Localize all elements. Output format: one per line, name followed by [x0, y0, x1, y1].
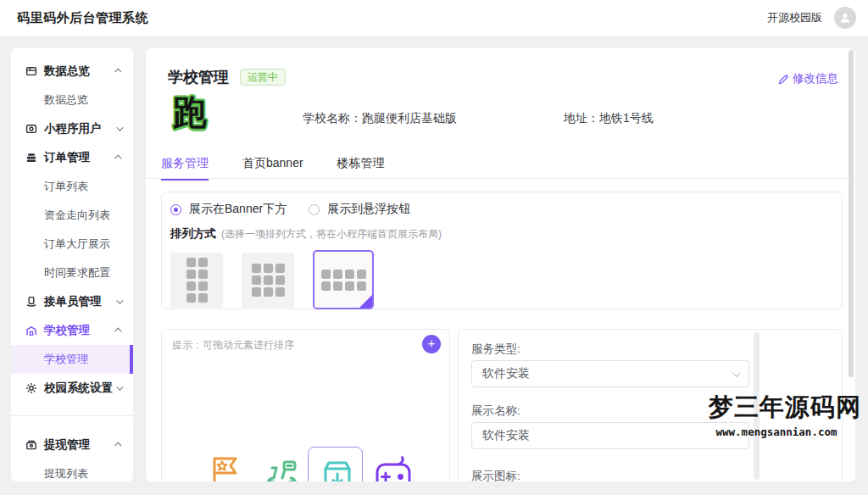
sidebar-item-withdraw-list[interactable]: 提现列表: [11, 459, 133, 481]
sidebar-item-campus-settings[interactable]: 校园系统设置: [11, 374, 133, 403]
sidebar-item-time-config[interactable]: 时间要求配置: [11, 259, 133, 287]
sidebar-item-data-overview[interactable]: 数据总览: [11, 86, 133, 114]
miniprogram-users-icon: [25, 123, 37, 135]
sidebar-item-label: 提现列表: [44, 466, 88, 481]
sidebar-item-school-management-group[interactable]: 学校管理: [11, 316, 133, 345]
service-type-value: 软件安装: [482, 366, 530, 381]
sidebar-item-label: 订单大厅展示: [44, 236, 110, 252]
pencil-icon: [778, 74, 789, 85]
display-name-input[interactable]: 软件安装: [471, 422, 749, 449]
service-form-panel: 服务类型: 软件安装 展示名称: 软件安装 展示图标:: [458, 329, 843, 481]
sidebar-item-order-management-group[interactable]: 订单管理: [11, 143, 133, 172]
sidebar-item-withdraw-group[interactable]: 提现管理: [11, 431, 133, 459]
radio-label: 展示到悬浮按钮: [327, 202, 410, 217]
withdraw-icon: [25, 439, 37, 451]
app-header: 码里码外后台管理系统 开源校园版: [0, 0, 868, 36]
sidebar-item-data-overview-group[interactable]: 数据总览: [11, 57, 133, 86]
dashboard-icon: [25, 65, 37, 77]
chevron-up-icon: [114, 68, 121, 75]
grid-4x2-icon: [321, 270, 366, 291]
chevron-down-icon: [116, 124, 123, 131]
gear-icon: [25, 382, 37, 394]
chevron-up-icon: [114, 154, 121, 161]
radio-label: 展示在Banner下方: [189, 202, 287, 217]
user-avatar[interactable]: [834, 7, 856, 29]
sidebar-item-fund-flow-list[interactable]: 资金走向列表: [11, 201, 133, 230]
school-address: 地址：地铁1号线: [564, 111, 654, 126]
school-name: 学校名称：跑腿便利店基础版: [303, 111, 457, 126]
service-sorter-panel: 提示：可拖动元素进行排序 +: [161, 329, 450, 481]
chevron-up-icon: [114, 442, 121, 448]
page-title: 学校管理: [168, 67, 229, 87]
display-name-label: 展示名称:: [471, 403, 520, 419]
sidebar-item-miniprogram-users[interactable]: 小程序用户: [11, 114, 133, 143]
sidebar-item-label: 订单列表: [44, 179, 88, 194]
sidebar-item-label: 校园系统设置: [44, 381, 113, 396]
chevron-up-icon: [114, 327, 121, 334]
sidebar-item-label: 订单管理: [44, 150, 90, 165]
school-icon: [25, 325, 37, 336]
sidebar-divider: [11, 415, 133, 416]
arrange-hint: (选择一项排列方式，将在小程序端首页展示布局): [221, 227, 442, 242]
app-title: 码里码外后台管理系统: [17, 10, 148, 26]
chevron-down-icon: [116, 297, 123, 303]
sidebar-item-label: 学校管理: [44, 323, 90, 338]
grid-2x4-icon: [186, 258, 208, 303]
sidebar-item-label: 小程序用户: [44, 121, 102, 136]
layout-option-2col[interactable]: [170, 253, 223, 308]
arrange-title: 排列方式: [170, 226, 216, 242]
tab-home-banner[interactable]: 首页banner: [242, 156, 303, 181]
edition-label: 开源校园版: [767, 10, 822, 25]
edit-info-label: 修改信息: [793, 71, 838, 86]
sidebar-item-order-hall[interactable]: 订单大厅展示: [11, 230, 133, 259]
active-indicator-bar: [130, 345, 133, 374]
sidebar-item-label: 时间要求配置: [44, 265, 110, 281]
radio-show-floating-button[interactable]: 展示到悬浮按钮: [309, 202, 410, 217]
chevron-down-icon: [732, 369, 741, 377]
add-service-button[interactable]: +: [422, 335, 441, 353]
install-icon[interactable]: [317, 456, 358, 481]
sidebar-item-school-management[interactable]: 学校管理: [11, 345, 133, 374]
grid-3x3-icon: [252, 264, 285, 297]
tab-building-management[interactable]: 楼栋管理: [337, 156, 385, 181]
sidebar-item-label: 接单员管理: [44, 294, 102, 309]
main-scrollbar[interactable]: [849, 50, 854, 377]
form-panel-scrollbar[interactable]: [754, 332, 760, 480]
tab-service-management[interactable]: 服务管理: [161, 156, 209, 181]
sidebar-item-label: 资金走向列表: [44, 208, 110, 223]
display-options-panel: 展示在Banner下方 展示到悬浮按钮 排列方式 (选择一项排列方式，将在小程序…: [161, 192, 843, 309]
sidebar-item-label: 学校管理: [44, 352, 88, 367]
sidebar-item-label: 数据总览: [44, 64, 90, 79]
game-controller-icon[interactable]: [372, 453, 415, 481]
display-name-value: 软件安装: [482, 428, 530, 443]
layout-option-3col[interactable]: [242, 253, 294, 308]
person-icon: [838, 11, 852, 25]
service-type-label: 服务类型:: [471, 342, 520, 357]
sidebar: 数据总览 数据总览 小程序用户 订单管理 订单列表 资金走向列表 订单大厅展示 …: [11, 48, 133, 481]
edit-info-link[interactable]: 修改信息: [778, 71, 838, 86]
tab-bar-divider: [146, 178, 855, 179]
scooter-icon[interactable]: [260, 452, 303, 481]
sidebar-item-order-list[interactable]: 订单列表: [11, 172, 133, 201]
radio-icon: [309, 204, 320, 215]
status-badge: 运营中: [240, 69, 286, 86]
drag-hint: 提示：可拖动元素进行排序: [172, 338, 294, 353]
chevron-down-icon: [116, 383, 123, 390]
service-type-select[interactable]: 软件安装: [471, 360, 749, 387]
sidebar-item-label: 数据总览: [44, 92, 88, 108]
order-taker-icon: [25, 296, 37, 308]
layout-option-4col-selected[interactable]: [313, 250, 374, 309]
main-content: 学校管理 运营中 修改信息 跑 学校名称：跑腿便利店基础版 地址：地铁1号线 服…: [146, 48, 855, 481]
tab-bar: 服务管理 首页banner 楼栋管理: [161, 156, 385, 181]
radio-icon: [170, 204, 181, 215]
sidebar-item-order-taker[interactable]: 接单员管理: [11, 287, 133, 316]
flag-icon[interactable]: [204, 452, 245, 481]
display-icon-label: 展示图标:: [471, 469, 520, 481]
sidebar-item-label: 提现管理: [44, 437, 90, 453]
school-logo: 跑: [173, 93, 207, 131]
radio-show-under-banner[interactable]: 展示在Banner下方: [170, 202, 287, 217]
orders-icon: [25, 152, 37, 164]
